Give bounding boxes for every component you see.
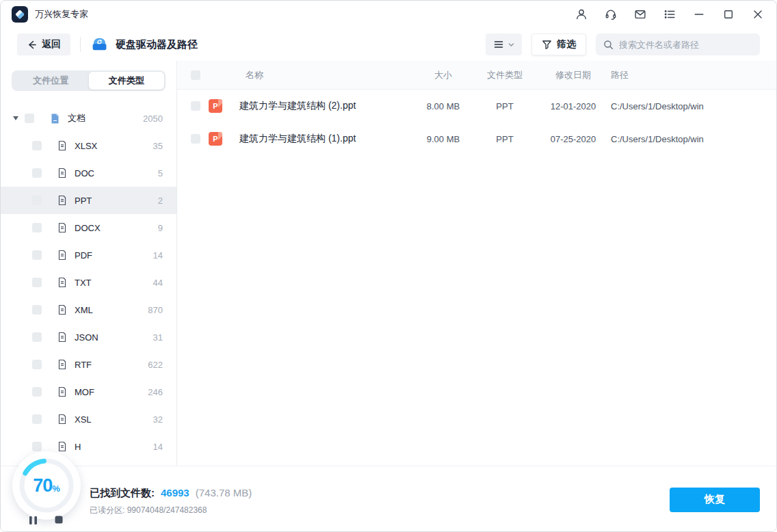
file-type: PPT	[474, 101, 536, 111]
scan-status: 已找到文件数: 46993 (743.78 MB) 已读分区: 99074048…	[90, 483, 252, 516]
file-name: 建筑力学与建筑结构 (1).ppt	[232, 133, 412, 145]
file-outline-icon	[57, 304, 68, 315]
checkbox[interactable]	[32, 332, 42, 342]
maximize-icon[interactable]	[722, 8, 735, 21]
file-path: C:/Users/1/Desktop/win	[611, 101, 768, 111]
pause-button[interactable]	[29, 516, 38, 525]
file-list: 名称 大小 文件类型 修改日期 路径 P 建筑力学与建筑结构 (2).ppt 8…	[177, 61, 776, 466]
minimize-icon[interactable]	[693, 8, 705, 21]
breadcrumb: 硬盘驱动器及路径	[90, 36, 198, 54]
file-outline-icon	[57, 250, 68, 261]
chevron-down-icon	[508, 42, 514, 48]
file-outline-icon	[57, 332, 68, 343]
stop-button[interactable]	[55, 516, 63, 525]
sidebar-item-xsl[interactable]: XSL 32	[1, 405, 176, 433]
file-outline-icon	[57, 277, 68, 288]
ppt-file-icon: P	[209, 132, 222, 146]
found-files-size: (743.78 MB)	[196, 487, 252, 498]
filter-funnel-icon	[542, 40, 552, 50]
page-title: 硬盘驱动器及路径	[116, 38, 198, 51]
caret-down-icon[interactable]	[13, 116, 18, 120]
checkbox[interactable]	[32, 305, 42, 315]
stop-icon	[55, 516, 63, 524]
sidebar-item-xml[interactable]: XML 870	[1, 296, 176, 323]
sidebar-item-pdf[interactable]: PDF 14	[1, 241, 176, 269]
mail-icon[interactable]	[634, 8, 646, 21]
search-box	[596, 34, 760, 55]
sidebar-item-xlsx[interactable]: XLSX 35	[1, 132, 176, 159]
file-outline-icon	[57, 386, 68, 397]
checkbox[interactable]	[191, 134, 200, 144]
checkbox[interactable]	[25, 114, 34, 123]
file-size: 8.00 MB	[412, 101, 474, 111]
file-name: 建筑力学与建筑结构 (2).ppt	[232, 100, 412, 112]
scan-controls	[29, 516, 63, 525]
sidebar-tabs: 文件位置 文件类型	[12, 70, 166, 91]
header-path: 路径	[611, 69, 768, 81]
sidebar-item-rtf[interactable]: RTF 622	[1, 351, 176, 378]
user-icon[interactable]	[575, 8, 588, 21]
task-list-icon[interactable]	[663, 8, 676, 21]
search-input[interactable]	[619, 40, 752, 50]
found-files-label: 已找到文件数:	[90, 487, 155, 500]
file-date: 07-25-2020	[536, 134, 611, 144]
checkbox[interactable]	[32, 414, 42, 424]
checkbox[interactable]	[32, 442, 42, 451]
found-files-count: 46993	[161, 487, 189, 498]
table-row[interactable]: P 建筑力学与建筑结构 (1).ppt 9.00 MB PPT 07-25-20…	[177, 122, 776, 155]
checkbox[interactable]	[32, 360, 42, 369]
sidebar: 文件位置 文件类型 文档 2050 XLSX 35	[1, 61, 177, 466]
scan-progress-ring: 70 %	[12, 451, 81, 520]
back-arrow-icon	[27, 40, 37, 50]
toolbar-separator	[80, 37, 81, 52]
checkbox[interactable]	[32, 387, 42, 397]
view-mode-button[interactable]	[486, 34, 522, 55]
filter-button[interactable]: 筛选	[531, 34, 586, 55]
checkbox[interactable]	[32, 141, 42, 150]
file-date: 12-01-2020	[536, 101, 611, 111]
tab-file-type[interactable]: 文件类型	[89, 72, 165, 90]
headset-icon[interactable]	[605, 8, 617, 21]
sidebar-item-ppt[interactable]: PPT 2	[1, 187, 176, 214]
sidebar-item-txt[interactable]: TXT 44	[1, 269, 176, 296]
table-header: 名称 大小 文件类型 修改日期 路径	[177, 61, 776, 90]
file-outline-icon	[57, 140, 68, 151]
sidebar-item-doc[interactable]: DOC 5	[1, 159, 176, 187]
drive-icon	[90, 36, 109, 54]
checkbox[interactable]	[191, 101, 200, 111]
tree-item-documents[interactable]: 文档 2050	[1, 105, 176, 132]
table-row[interactable]: P 建筑力学与建筑结构 (2).ppt 8.00 MB PPT 12-01-20…	[177, 90, 776, 122]
select-all-checkbox[interactable]	[191, 70, 200, 80]
checkbox[interactable]	[32, 196, 42, 205]
header-type: 文件类型	[474, 69, 536, 81]
pause-icon	[29, 516, 38, 525]
close-icon[interactable]	[752, 8, 764, 21]
back-button[interactable]: 返回	[17, 34, 70, 55]
header-name: 名称	[232, 69, 412, 81]
statusbar: 70 % 已找到文件数: 46993 (743.78 MB)	[1, 466, 776, 532]
partition-progress: 已读分区: 99074048/247482368	[90, 505, 252, 516]
sidebar-item-json[interactable]: JSON 31	[1, 323, 176, 351]
file-outline-icon	[57, 359, 68, 370]
app-title: 万兴恢复专家	[35, 8, 88, 21]
recover-button[interactable]: 恢复	[670, 488, 760, 512]
progress-percent: 70	[33, 475, 52, 496]
sidebar-item-docx[interactable]: DOCX 9	[1, 214, 176, 241]
file-outline-icon	[57, 168, 68, 178]
file-outline-icon	[57, 414, 68, 425]
file-outline-icon	[57, 222, 68, 233]
percent-sign: %	[52, 483, 60, 494]
toolbar: 返回 硬盘驱动器及路径	[1, 28, 776, 61]
checkbox[interactable]	[32, 223, 42, 232]
tab-file-location[interactable]: 文件位置	[13, 72, 89, 90]
filter-label: 筛选	[557, 38, 576, 51]
checkbox[interactable]	[32, 250, 42, 260]
view-menu-icon	[493, 39, 504, 50]
back-label: 返回	[42, 38, 61, 51]
checkbox[interactable]	[32, 168, 42, 178]
file-type: PPT	[474, 134, 536, 144]
ppt-file-icon: P	[209, 99, 222, 113]
checkbox[interactable]	[32, 278, 42, 287]
sidebar-item-mof[interactable]: MOF 246	[1, 378, 176, 405]
titlebar: 万兴恢复专家	[1, 1, 776, 28]
